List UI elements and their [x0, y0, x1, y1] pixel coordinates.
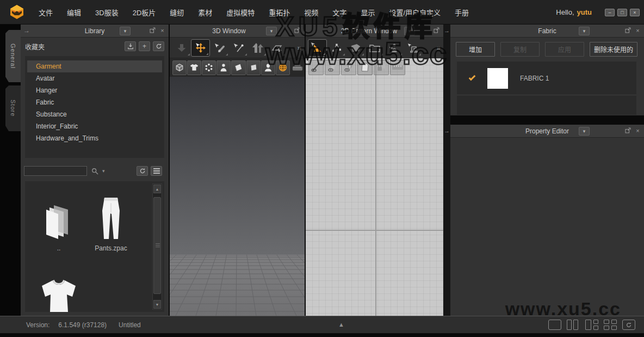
fabric-add-button[interactable]: 增加	[456, 42, 495, 57]
import-icon[interactable]	[125, 41, 136, 51]
tab-general[interactable]: General	[5, 30, 21, 82]
menu-item-material[interactable]: 素材	[191, 7, 219, 17]
move-tool-icon[interactable]	[191, 39, 210, 57]
3d-viewport[interactable]	[170, 77, 305, 316]
mode-tab-strip: General Store	[0, 24, 21, 333]
show-seamlines-icon[interactable]	[202, 60, 216, 75]
browser-refresh-icon[interactable]	[137, 166, 148, 176]
library-item-interior-fabric[interactable]: Interior_Fabric	[27, 120, 162, 132]
2d-window-dropdown-button[interactable]: ▾	[404, 27, 415, 35]
library-item-hanger[interactable]: Hanger	[27, 84, 162, 96]
close-icon[interactable]: ×	[634, 27, 641, 34]
show-garment-2d-icon[interactable]	[325, 60, 340, 75]
edit-pattern-tool-icon[interactable]	[327, 39, 346, 57]
search-icon[interactable]	[91, 168, 98, 175]
menu-item-video[interactable]: 视频	[297, 7, 325, 17]
show-fabric-b-icon[interactable]	[246, 60, 261, 75]
expand-statusbar-icon[interactable]: ▲	[338, 321, 344, 328]
property-editor-dropdown-button[interactable]: ▾	[579, 127, 590, 136]
transform-pattern-tool-icon[interactable]: ◣	[308, 39, 327, 57]
layout-reset-icon[interactable]	[622, 320, 635, 330]
collapse-fabric-icon[interactable]: →	[444, 27, 450, 34]
library-item-avatar[interactable]: Avatar	[27, 72, 162, 84]
scrollbar-thumb[interactable]	[153, 197, 161, 294]
show-fabric-a-icon[interactable]	[231, 60, 245, 75]
toolbar-overflow-icon[interactable]: »	[298, 44, 301, 52]
library-item-garment[interactable]: Garment	[27, 60, 162, 72]
show-pattern-outline-icon[interactable]	[357, 60, 373, 75]
lock-pattern-icon[interactable]	[374, 60, 389, 75]
toolbar-overflow-icon[interactable]: »	[437, 44, 441, 52]
fabric-swatch[interactable]	[487, 68, 508, 89]
show-garment-icon[interactable]	[187, 60, 201, 75]
fabric-apply-button[interactable]: 应用	[545, 42, 584, 57]
sewing-machine-tool-icon[interactable]	[403, 39, 422, 57]
measure-tape-icon[interactable]	[290, 60, 305, 75]
menu-item-settings[interactable]: 设置/用户自定义	[382, 7, 448, 17]
fabric-list-item[interactable]: FABRIC 1	[457, 62, 636, 95]
menu-item-file[interactable]: 文件	[32, 7, 60, 17]
hide-toolbar-arrow-icon[interactable]	[172, 39, 191, 57]
tab-store[interactable]: Store	[5, 85, 21, 131]
minimize-button[interactable]: –	[605, 9, 615, 16]
2d-pattern-canvas[interactable]	[306, 58, 443, 316]
file-item-pants[interactable]: Pants.zpac	[86, 195, 136, 252]
refresh-icon[interactable]	[153, 41, 164, 51]
pattern-piece-tool-icon[interactable]	[346, 39, 365, 57]
menu-item-edit[interactable]: 编辑	[60, 7, 88, 17]
select-brush-tool-icon[interactable]	[210, 39, 229, 57]
3d-window-dropdown-button[interactable]: ▾	[266, 27, 277, 35]
library-item-substance[interactable]: Substance	[27, 108, 162, 120]
file-item-shirt[interactable]	[34, 268, 84, 312]
menu-item-retopology[interactable]: 重拓扑	[262, 7, 297, 17]
popout-icon[interactable]	[625, 127, 632, 134]
library-item-hardware-trims[interactable]: Hardware_and_Trims	[27, 132, 162, 144]
library-dropdown-button[interactable]: ▾	[120, 27, 131, 35]
show-sketch-icon[interactable]	[308, 60, 324, 75]
show-avatar-head-icon[interactable]	[261, 60, 275, 75]
menu-item-avatar[interactable]: 虚拟模特	[219, 7, 262, 17]
menu-bar: 文件 编辑 3D服装 2D板片 缝纫 素材 虚拟模特 重拓扑 视频 文字 显示 …	[32, 0, 476, 24]
list-view-icon[interactable]	[151, 166, 162, 176]
close-icon[interactable]: ×	[634, 127, 641, 134]
menu-item-2d-pattern[interactable]: 2D板片	[126, 7, 163, 17]
menu-item-text[interactable]: 文字	[325, 7, 354, 17]
fabric-delete-unused-button[interactable]: 删除未使用的	[590, 42, 637, 57]
scroll-up-icon[interactable]: ▲	[153, 185, 161, 193]
show-avatar-icon[interactable]	[216, 60, 231, 75]
search-input[interactable]	[24, 166, 87, 176]
menu-item-manual[interactable]: 手册	[448, 7, 476, 17]
pattern-measure-icon[interactable]	[390, 60, 405, 75]
fabric-dropdown-button[interactable]: ▾	[579, 27, 590, 35]
layout-two-pane-icon[interactable]	[567, 320, 580, 330]
pin-tool-icon[interactable]	[229, 39, 248, 57]
close-button[interactable]: ×	[630, 9, 640, 16]
file-item-parent-folder[interactable]: ..	[34, 195, 84, 252]
collapse-property-icon[interactable]: →	[444, 127, 450, 134]
browser-scrollbar[interactable]: ▲ ▼	[152, 183, 162, 310]
avatar-select-tool-icon[interactable]	[384, 39, 403, 57]
menu-item-display[interactable]: 显示	[354, 7, 382, 17]
layout-split-right-icon[interactable]	[585, 320, 598, 330]
layout-single-icon[interactable]	[548, 320, 561, 330]
username[interactable]: yutu	[577, 8, 592, 16]
folder-tool-icon[interactable]	[365, 39, 384, 57]
popout-icon[interactable]	[434, 27, 441, 34]
library-item-fabric[interactable]: Fabric	[27, 96, 162, 108]
globe-map-icon[interactable]	[276, 60, 290, 75]
popout-icon[interactable]	[625, 27, 632, 34]
clo3d-application-window: 文件 编辑 3D服装 2D板片 缝纫 素材 虚拟模特 重拓扑 视频 文字 显示 …	[0, 0, 644, 337]
show-annotation-icon[interactable]	[341, 60, 356, 75]
show-3d-cube-icon[interactable]	[172, 60, 187, 75]
flatten-tool-icon[interactable]	[267, 39, 286, 57]
add-icon[interactable]: +	[139, 41, 150, 51]
fabric-header: Fabric ▾ ×	[450, 24, 644, 38]
menu-item-sewing[interactable]: 缝纫	[163, 7, 191, 17]
maximize-button[interactable]: □	[617, 9, 627, 16]
search-filter-dropdown-icon[interactable]: ▾	[102, 168, 105, 174]
fold-arrangement-tool-icon[interactable]	[248, 39, 267, 57]
layout-quad-icon[interactable]	[604, 320, 617, 330]
scroll-down-icon[interactable]: ▼	[153, 300, 161, 309]
fabric-copy-button[interactable]: 复制	[500, 42, 540, 57]
menu-item-3d-garment[interactable]: 3D服装	[88, 7, 126, 17]
